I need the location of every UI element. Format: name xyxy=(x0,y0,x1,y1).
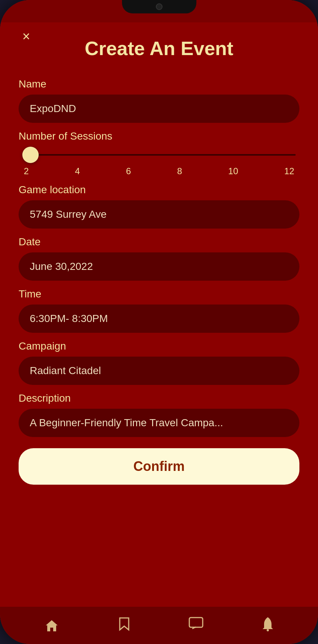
location-field-group: Game location xyxy=(19,176,299,229)
nav-home-icon[interactable] xyxy=(44,617,60,634)
sessions-field-group: Number of Sessions 2 4 6 8 10 12 xyxy=(19,123,299,176)
svg-point-1 xyxy=(267,629,269,631)
sessions-slider[interactable] xyxy=(22,147,296,163)
time-label: Time xyxy=(19,288,299,300)
name-input[interactable] xyxy=(19,95,299,123)
close-button[interactable]: × xyxy=(22,30,30,43)
campaign-input[interactable] xyxy=(19,357,299,385)
slider-tick-10: 10 xyxy=(228,166,238,176)
location-input[interactable] xyxy=(19,200,299,229)
slider-labels: 2 4 6 8 10 12 xyxy=(22,166,296,176)
description-label: Description xyxy=(19,392,299,404)
phone-screen: × Create An Event Name Number of Session… xyxy=(0,0,318,644)
slider-tick-8: 8 xyxy=(177,166,182,176)
nav-chat-icon[interactable] xyxy=(189,617,203,634)
slider-tick-12: 12 xyxy=(284,166,294,176)
date-input[interactable] xyxy=(19,252,299,281)
phone-notch xyxy=(122,0,196,13)
name-field-group: Name xyxy=(19,71,299,123)
nav-bookmark-icon[interactable] xyxy=(118,616,131,635)
campaign-field-group: Campaign xyxy=(19,333,299,385)
description-field-group: Description xyxy=(19,385,299,437)
time-field-group: Time xyxy=(19,281,299,333)
name-label: Name xyxy=(19,78,299,90)
page-title: Create An Event xyxy=(19,37,299,60)
date-field-group: Date xyxy=(19,229,299,281)
slider-tick-2: 2 xyxy=(24,166,29,176)
phone-camera xyxy=(156,3,163,10)
location-label: Game location xyxy=(19,184,299,196)
campaign-label: Campaign xyxy=(19,340,299,352)
modal-content: × Create An Event Name Number of Session… xyxy=(0,22,318,607)
date-label: Date xyxy=(19,236,299,248)
sessions-slider-container: 2 4 6 8 10 12 xyxy=(19,147,299,176)
slider-tick-6: 6 xyxy=(126,166,131,176)
bottom-navigation xyxy=(0,607,318,644)
slider-tick-4: 4 xyxy=(75,166,80,176)
time-input[interactable] xyxy=(19,305,299,333)
svg-rect-0 xyxy=(189,618,203,627)
sessions-label: Number of Sessions xyxy=(19,130,299,142)
confirm-button[interactable]: Confirm xyxy=(19,448,299,485)
phone-frame: × Create An Event Name Number of Session… xyxy=(0,0,318,644)
description-input[interactable] xyxy=(19,409,299,437)
nav-bell-icon[interactable] xyxy=(261,616,274,635)
